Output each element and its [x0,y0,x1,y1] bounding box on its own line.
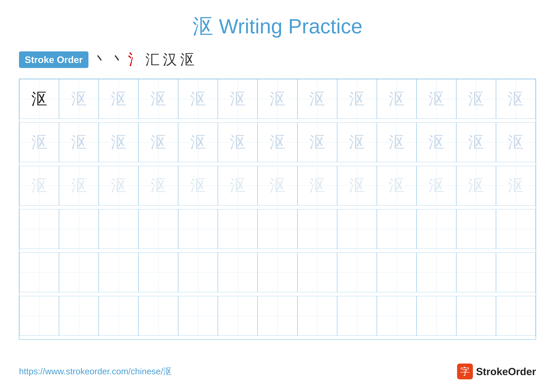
grid-cell[interactable] [297,253,337,292]
grid-cell[interactable]: 沤 [59,166,99,206]
grid-cell[interactable] [258,209,297,249]
grid-cell[interactable]: 沤 [99,122,139,162]
grid-cell[interactable]: 沤 [139,79,178,119]
grid-cell[interactable]: 沤 [297,122,337,162]
grid-cell[interactable] [218,296,258,336]
grid-cell[interactable] [297,296,337,336]
grid-cell[interactable] [456,209,496,249]
grid-cell[interactable] [139,209,178,249]
grid-cell[interactable]: 沤 [496,79,536,119]
practice-char: 沤 [389,178,405,193]
grid-cell[interactable] [456,253,496,292]
practice-char: 沤 [31,91,47,107]
grid-cell[interactable]: 沤 [258,166,297,206]
grid-cell[interactable] [416,253,456,292]
grid-cell[interactable] [337,209,377,249]
practice-char: 沤 [468,178,484,193]
practice-char: 沤 [71,91,87,107]
grid-cell[interactable]: 沤 [178,166,218,206]
practice-char: 沤 [150,178,166,193]
grid-cell[interactable]: 沤 [218,122,258,162]
practice-char: 沤 [111,91,127,107]
grid-cell[interactable] [99,296,139,336]
grid-cell[interactable]: 沤 [337,79,377,119]
grid-cell[interactable]: 沤 [19,166,59,206]
grid-cell[interactable] [99,253,139,292]
grid-cell[interactable]: 沤 [258,122,297,162]
grid-cell[interactable]: 沤 [59,79,99,119]
grid-cell[interactable] [218,253,258,292]
practice-char: 沤 [508,91,524,107]
grid-cell[interactable]: 沤 [416,79,456,119]
practice-char: 沤 [31,134,47,150]
grid-cell[interactable] [178,296,218,336]
grid-cell[interactable] [377,296,416,336]
practice-char: 沤 [309,134,325,150]
grid-cell[interactable] [377,209,416,249]
grid-cell[interactable]: 沤 [218,79,258,119]
grid-cell[interactable]: 沤 [139,122,178,162]
grid-cell[interactable]: 沤 [456,122,496,162]
grid-cell[interactable] [337,253,377,292]
practice-char: 沤 [111,134,127,150]
grid-cell[interactable] [178,209,218,249]
practice-char: 沤 [270,134,285,150]
stroke-5: 汉 [163,50,177,69]
grid-cell[interactable] [59,209,99,249]
grid-cell[interactable] [19,209,59,249]
logo-icon: 字 [457,363,473,379]
grid-cell[interactable] [258,253,297,292]
grid-cell[interactable]: 沤 [99,79,139,119]
grid-cell[interactable]: 沤 [416,166,456,206]
grid-cell[interactable]: 沤 [297,166,337,206]
grid-cell[interactable]: 沤 [19,79,59,119]
grid-cell[interactable] [139,296,178,336]
practice-char: 沤 [190,134,206,150]
grid-cell[interactable] [496,209,536,249]
grid-cell[interactable] [218,209,258,249]
grid-cell[interactable] [456,296,496,336]
grid-cell[interactable]: 沤 [178,122,218,162]
grid-cell[interactable] [416,296,456,336]
grid-cell[interactable]: 沤 [416,122,456,162]
grid-cell[interactable] [258,296,297,336]
grid-cell[interactable] [19,296,59,336]
grid-cell[interactable] [178,253,218,292]
grid-cell[interactable] [496,296,536,336]
grid-cell[interactable]: 沤 [99,166,139,206]
footer-url[interactable]: https://www.strokeorder.com/chinese/沤 [19,366,172,377]
practice-char: 沤 [309,178,325,193]
grid-cell[interactable]: 沤 [496,122,536,162]
grid-cell[interactable]: 沤 [19,122,59,162]
practice-char: 沤 [508,134,524,150]
practice-char: 沤 [111,178,127,193]
practice-char: 沤 [508,178,524,193]
practice-char: 沤 [150,91,166,107]
grid-cell[interactable] [19,253,59,292]
page-container: 沤 Writing Practice Stroke Order 丶 丶 氵 汇 … [0,0,555,392]
grid-cell[interactable]: 沤 [258,79,297,119]
grid-cell[interactable]: 沤 [377,122,416,162]
grid-cell[interactable] [139,253,178,292]
grid-cell[interactable] [377,253,416,292]
grid-cell[interactable] [297,209,337,249]
grid-cell[interactable] [59,296,99,336]
grid-cell[interactable]: 沤 [456,79,496,119]
grid-cell[interactable] [416,209,456,249]
grid-cell[interactable] [99,209,139,249]
grid-cell[interactable]: 沤 [377,166,416,206]
grid-cell[interactable]: 沤 [496,166,536,206]
grid-cell[interactable]: 沤 [337,122,377,162]
grid-cell[interactable] [496,253,536,292]
grid-cell[interactable]: 沤 [139,166,178,206]
grid-cell[interactable]: 沤 [456,166,496,206]
grid-cell[interactable]: 沤 [337,166,377,206]
grid-cell[interactable]: 沤 [377,79,416,119]
stroke-3: 氵 [128,50,142,69]
grid-cell[interactable]: 沤 [178,79,218,119]
grid-cell[interactable]: 沤 [59,122,99,162]
grid-cell[interactable] [337,296,377,336]
grid-cell[interactable]: 沤 [297,79,337,119]
grid-cell[interactable] [59,253,99,292]
grid-cell[interactable]: 沤 [218,166,258,206]
